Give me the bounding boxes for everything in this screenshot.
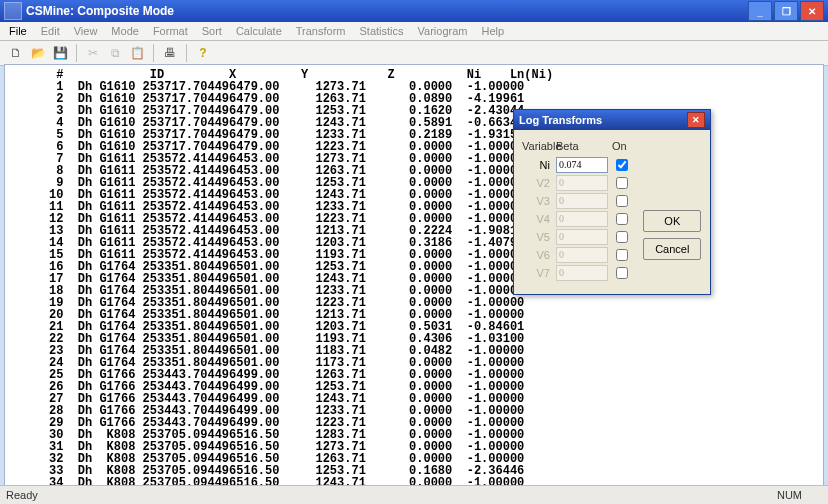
var-label: V6 [522,249,556,261]
status-right: NUM [777,489,802,501]
save-icon[interactable]: 💾 [50,43,70,63]
var-row-v5: V5 [522,228,643,245]
dialog-title-bar: Log Transforms ✕ [514,110,710,130]
cut-icon[interactable]: ✂ [83,43,103,63]
menu-mode[interactable]: Mode [106,25,144,37]
log-transforms-dialog: Log Transforms ✕ Variable Beta On NiV2V3… [513,109,711,295]
on-checkbox-v3[interactable] [616,195,628,207]
beta-input-v3 [556,193,608,209]
on-checkbox-v4[interactable] [616,213,628,225]
menu-file[interactable]: File [4,25,32,37]
toolbar: 🗋 📂 💾 ✂ ⧉ 📋 🖶 ? [0,41,828,66]
help-icon[interactable]: ? [193,43,213,63]
toolbar-separator [76,44,77,62]
copy-icon[interactable]: ⧉ [105,43,125,63]
var-label: V2 [522,177,556,189]
status-bar: Ready NUM [0,485,828,504]
menu-sort[interactable]: Sort [197,25,227,37]
header-on: On [612,140,636,152]
header-beta: Beta [556,140,612,152]
print-icon[interactable]: 🖶 [160,43,180,63]
title-bar: CSMine: Composite Mode _ ❐ ✕ [0,0,828,22]
var-row-v6: V6 [522,246,643,263]
new-icon[interactable]: 🗋 [6,43,26,63]
beta-input-v2 [556,175,608,191]
menu-bar: File Edit View Mode Format Sort Calculat… [0,22,828,41]
status-left: Ready [6,489,38,501]
var-row-v2: V2 [522,174,643,191]
on-checkbox-v6[interactable] [616,249,628,261]
app-icon [4,2,22,20]
on-checkbox-ni[interactable] [616,159,628,171]
var-row-ni: Ni [522,156,643,173]
on-checkbox-v7[interactable] [616,267,628,279]
cancel-button[interactable]: Cancel [643,238,701,260]
header-variable: Variable [522,140,556,152]
var-label: V3 [522,195,556,207]
maximize-button[interactable]: ❐ [774,1,798,21]
var-row-v3: V3 [522,192,643,209]
toolbar-separator [153,44,154,62]
beta-input-v6 [556,247,608,263]
paste-icon[interactable]: 📋 [127,43,147,63]
menu-view[interactable]: View [69,25,103,37]
ok-button[interactable]: OK [643,210,701,232]
var-label: V7 [522,267,556,279]
on-checkbox-v5[interactable] [616,231,628,243]
toolbar-separator [186,44,187,62]
menu-statistics[interactable]: Statistics [355,25,409,37]
menu-transform[interactable]: Transform [291,25,351,37]
var-label: V4 [522,213,556,225]
var-row-v4: V4 [522,210,643,227]
var-label: V5 [522,231,556,243]
menu-variogram[interactable]: Variogram [413,25,473,37]
on-checkbox-v2[interactable] [616,177,628,189]
var-row-v7: V7 [522,264,643,281]
beta-input-v4 [556,211,608,227]
menu-format[interactable]: Format [148,25,193,37]
window-title: CSMine: Composite Mode [26,4,174,18]
beta-input-v5 [556,229,608,245]
var-label: Ni [522,159,556,171]
minimize-button[interactable]: _ [748,1,772,21]
dialog-title: Log Transforms [519,114,602,126]
dialog-close-button[interactable]: ✕ [687,112,705,128]
menu-edit[interactable]: Edit [36,25,65,37]
menu-calculate[interactable]: Calculate [231,25,287,37]
close-button[interactable]: ✕ [800,1,824,21]
beta-input-ni[interactable] [556,157,608,173]
menu-help[interactable]: Help [476,25,509,37]
beta-input-v7 [556,265,608,281]
open-icon[interactable]: 📂 [28,43,48,63]
